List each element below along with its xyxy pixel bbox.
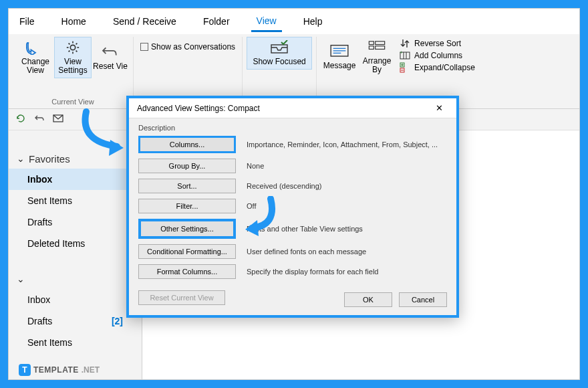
menu-view[interactable]: View (251, 11, 282, 32)
format-columns-button[interactable]: Format Columns... (138, 264, 236, 279)
format-columns-description: Specify the display formats for each fie… (247, 268, 447, 276)
columns-button[interactable]: Columns... (138, 136, 236, 153)
send-receive-icon[interactable] (53, 113, 65, 126)
add-columns-icon: + (398, 50, 412, 61)
advanced-view-settings-dialog: Advanced View Settings: Compact ✕ Descri… (126, 96, 459, 318)
expand-collapse-button[interactable]: Expand/Collapse (398, 62, 475, 73)
svg-line-8 (76, 43, 78, 45)
undo-icon (101, 45, 120, 60)
expand-collapse-icon (398, 62, 412, 73)
ok-button[interactable]: OK (344, 292, 392, 307)
menu-file[interactable]: File (14, 12, 40, 31)
svg-text:+: + (400, 50, 403, 56)
menubar: File Home Send / Receive Folder View Hel… (9, 9, 579, 34)
reverse-sort-button[interactable]: Reverse Sort (398, 38, 475, 49)
ribbon-group-current-view: Change View View Settings Reset Vie Curr… (13, 37, 134, 108)
menu-send-receive[interactable]: Send / Receive (108, 12, 182, 31)
nav-inbox[interactable]: Inbox (9, 169, 142, 190)
refresh-icon[interactable] (15, 113, 26, 126)
watermark-logo: T (19, 364, 31, 376)
menu-home[interactable]: Home (56, 12, 92, 31)
watermark: T TEMPLATE.NET (19, 364, 100, 376)
reverse-sort-icon (398, 38, 412, 49)
dialog-section-label: Description (138, 124, 447, 132)
sort-button[interactable]: Sort... (138, 179, 236, 193)
add-columns-button[interactable]: + Add Columns (398, 50, 475, 61)
navigation-pane: Favorites Inbox Sent Items Drafts Delete… (9, 130, 142, 379)
inbox-check-icon (270, 40, 289, 55)
dialog-titlebar: Advanced View Settings: Compact ✕ (129, 98, 456, 118)
menu-folder[interactable]: Folder (198, 12, 235, 31)
drafts-count: [2] (112, 316, 123, 326)
menu-help[interactable]: Help (298, 12, 328, 31)
cancel-button[interactable]: Cancel (399, 292, 447, 307)
nav-deleted-items[interactable]: Deleted Items (9, 233, 142, 254)
view-settings-button[interactable]: View Settings (54, 37, 92, 78)
outlook-window: File Home Send / Receive Folder View Hel… (8, 8, 580, 380)
gear-icon (63, 40, 82, 55)
svg-rect-13 (369, 46, 374, 50)
svg-rect-14 (376, 46, 385, 50)
conditional-formatting-button[interactable]: Conditional Formatting... (138, 244, 236, 259)
columns-description: Importance, Reminder, Icon, Attachment, … (247, 140, 447, 149)
change-view-button[interactable]: Change View (17, 37, 54, 78)
svg-rect-12 (376, 41, 385, 45)
show-as-conversations-checkbox[interactable]: Show as Conversations (140, 42, 235, 52)
undo-icon[interactable] (34, 113, 45, 126)
svg-line-7 (69, 51, 70, 52)
group-by-button[interactable]: Group By... (138, 159, 236, 173)
checkbox-icon (140, 43, 148, 51)
svg-line-5 (69, 43, 70, 45)
nav-drafts-2[interactable]: Drafts [2] (9, 310, 142, 332)
other-settings-button[interactable]: Other Settings... (138, 219, 236, 239)
message-preview-button[interactable]: Message (321, 37, 358, 77)
other-settings-description: Fonts and other Table View settings (247, 225, 447, 233)
message-icon (330, 44, 349, 59)
arrange-by-button[interactable]: Arrange By (358, 37, 396, 77)
svg-line-6 (76, 51, 78, 52)
conditional-formatting-description: User defined fonts on each message (247, 248, 447, 256)
filter-description: Off (247, 202, 447, 210)
close-button[interactable]: ✕ (428, 103, 450, 113)
nav-sent-items[interactable]: Sent Items (9, 190, 142, 211)
svg-rect-11 (369, 41, 374, 45)
arrange-icon (368, 39, 386, 54)
nav-sent-items-2[interactable]: Sent Items (9, 332, 142, 353)
svg-point-0 (70, 45, 75, 50)
ribbon-group-label: Current View (51, 96, 94, 108)
group-by-description: None (247, 162, 447, 170)
account-header[interactable] (9, 270, 142, 289)
reset-view-button[interactable]: Reset Vie (92, 37, 129, 78)
favorites-header[interactable]: Favorites (9, 149, 142, 169)
change-view-icon (26, 40, 45, 55)
reset-current-view-button[interactable]: Reset Current View (138, 290, 225, 305)
dialog-title: Advanced View Settings: Compact (137, 104, 260, 113)
nav-drafts[interactable]: Drafts (9, 211, 142, 233)
sort-description: Received (descending) (247, 182, 447, 190)
svg-rect-9 (271, 45, 287, 53)
nav-inbox-2[interactable]: Inbox (9, 289, 142, 310)
show-focused-button[interactable]: Show Focused (247, 37, 312, 70)
filter-button[interactable]: Filter... (138, 199, 236, 213)
